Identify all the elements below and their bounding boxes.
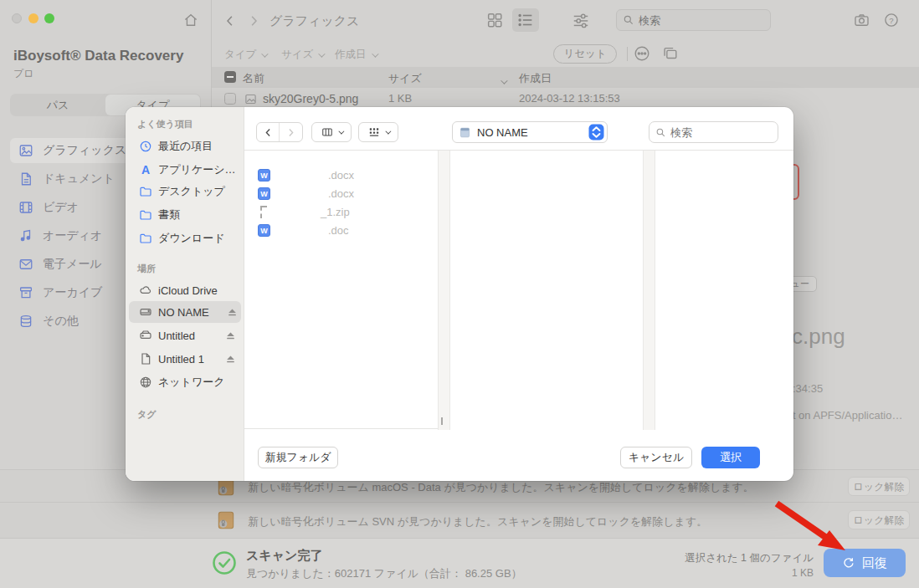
column-view-button[interactable]	[311, 122, 352, 142]
dialog-file-row[interactable]: W .docx	[244, 166, 438, 184]
recover-icon	[842, 556, 855, 570]
back-icon[interactable]	[223, 13, 238, 28]
word-file-icon: W	[258, 224, 270, 237]
selection-summary: 選択された 1 個のファイル	[685, 551, 814, 565]
eject-icon[interactable]	[227, 307, 238, 318]
internal-disk-icon	[139, 305, 152, 319]
stepper-icon[interactable]	[588, 124, 604, 141]
recover-button[interactable]: 回復	[824, 549, 906, 577]
applications-icon: A	[139, 163, 152, 176]
select-button[interactable]: 選択	[701, 447, 760, 468]
eject-icon[interactable]	[225, 354, 236, 365]
row-checkbox[interactable]	[224, 93, 236, 105]
volume-icon	[459, 126, 471, 139]
locked-volume-icon	[215, 509, 237, 531]
dialog-forward-button[interactable]	[280, 123, 302, 141]
table-header-row: 名前 サイズ 作成日	[212, 67, 919, 88]
volume-dropdown[interactable]: NO NAME	[452, 121, 608, 143]
envelope-icon	[18, 257, 33, 272]
external-disk-icon	[139, 329, 152, 342]
column-header-created[interactable]: 作成日	[519, 71, 552, 86]
home-icon[interactable]	[182, 12, 199, 28]
column-resize-handle[interactable]	[441, 417, 443, 425]
notification-text: 新しい暗号化ボリューム SVN が見つかりました。スキャンを開始してロックを解除…	[248, 514, 707, 529]
dialog-file-row[interactable]: _1.zip	[244, 202, 438, 221]
group-icon	[368, 126, 380, 138]
column-scrollbar[interactable]	[643, 151, 655, 430]
breadcrumb-title: グラフィックス	[270, 13, 359, 29]
zoom-button[interactable]	[44, 13, 54, 23]
clock-icon	[139, 140, 152, 153]
unlock-button[interactable]: ロック解除	[848, 477, 910, 496]
word-file-icon: W	[258, 169, 270, 182]
filter-created-dropdown[interactable]: 作成日	[335, 48, 377, 62]
sidebar-item-recents[interactable]: 最近の項目	[134, 135, 239, 157]
browser-column-2[interactable]	[450, 151, 643, 430]
cloud-icon	[139, 284, 152, 297]
list-view-button[interactable]	[512, 8, 539, 32]
column-header-name[interactable]: 名前	[243, 71, 264, 86]
sidebar-item-network[interactable]: ネットワーク	[134, 371, 239, 393]
notification-row: 新しい暗号化ボリューム SVN が見つかりました。スキャンを開始してロックを解除…	[0, 503, 919, 539]
search-icon	[655, 127, 666, 138]
app-search-input[interactable]	[639, 14, 764, 27]
filter-type-dropdown[interactable]: タイプ	[224, 48, 266, 62]
dialog-search-input[interactable]	[670, 126, 771, 139]
minimize-button[interactable]	[28, 13, 39, 23]
browser-column-1: W .docx W .docx _1.zip W .doc	[244, 151, 438, 430]
columns-icon	[321, 126, 333, 138]
select-all-checkbox[interactable]	[224, 71, 236, 83]
copy-folders-icon[interactable]	[660, 44, 680, 63]
notification-text: 新しい暗号化ボリューム macOS - Data が見つかりました。スキャンを開…	[248, 480, 754, 495]
forward-icon[interactable]	[246, 13, 261, 28]
reset-button[interactable]: リセット	[553, 44, 617, 64]
help-icon[interactable]: ?	[883, 12, 900, 28]
file-size-cell: 1 KB	[388, 92, 412, 105]
eject-icon[interactable]	[225, 330, 236, 341]
globe-icon	[139, 376, 152, 389]
tags-header: タグ	[137, 408, 157, 421]
sidebar-item-icloud[interactable]: iCloud Drive	[134, 279, 239, 301]
app-title: iBoysoft® Data Recovery	[13, 48, 183, 64]
archive-box-icon	[18, 285, 33, 300]
toolbar-separator	[627, 47, 628, 61]
sidebar-item-documents[interactable]: 書類	[134, 204, 239, 226]
filter-sliders-icon[interactable]	[571, 11, 591, 29]
dialog-search-field[interactable]	[649, 121, 778, 143]
app-tier-label: プロ	[13, 67, 34, 81]
sidebar-item-no-name[interactable]: NO NAME	[129, 301, 241, 323]
browser-column-3[interactable]	[655, 151, 793, 430]
film-icon	[18, 200, 33, 215]
unlock-button[interactable]: ロック解除	[848, 510, 910, 529]
sidebar-item-untitled[interactable]: Untitled	[134, 325, 239, 346]
dialog-file-row[interactable]: W .doc	[244, 221, 438, 239]
sort-chevron-icon[interactable]	[501, 73, 506, 88]
camera-icon[interactable]	[853, 12, 870, 28]
dialog-back-button[interactable]	[257, 123, 280, 141]
grid-view-button[interactable]	[485, 11, 504, 29]
file-name-cell: sky20Grey0-5.png	[263, 92, 358, 105]
sidebar-item-downloads[interactable]: ダウンロード	[134, 228, 239, 249]
sidebar-item-desktop[interactable]: デスクトップ	[134, 181, 239, 202]
file-thumbnail-icon	[244, 93, 257, 105]
new-folder-button[interactable]: 新規フォルダ	[258, 447, 338, 468]
column-scrollbar[interactable]	[438, 151, 450, 430]
cancel-button[interactable]: キャンセル	[620, 447, 692, 468]
disk-image-icon	[139, 352, 152, 366]
more-options-icon[interactable]	[633, 44, 651, 63]
dialog-file-row[interactable]: W .docx	[244, 184, 438, 202]
preview-path-fragment: lt on APFS/Applicatio…	[790, 409, 902, 422]
group-by-button[interactable]	[358, 122, 398, 142]
column-browser: W .docx W .docx _1.zip W .doc	[244, 150, 793, 429]
app-search-field[interactable]	[616, 9, 771, 31]
selection-size: 1 KB	[792, 567, 814, 579]
filter-size-dropdown[interactable]: サイズ	[281, 48, 323, 62]
application-window: グラフィックス ? iBoysoft® Data Recovery プロ パス …	[0, 0, 919, 588]
column-header-size[interactable]: サイズ	[388, 71, 422, 86]
tab-path[interactable]: パス	[10, 94, 105, 116]
sidebar-item-applications[interactable]: A アプリケーシ…	[134, 159, 239, 181]
sidebar-item-untitled-1[interactable]: Untitled 1	[134, 348, 239, 370]
zip-file-icon	[260, 206, 267, 218]
folder-icon	[139, 185, 152, 198]
close-button[interactable]	[12, 13, 22, 23]
